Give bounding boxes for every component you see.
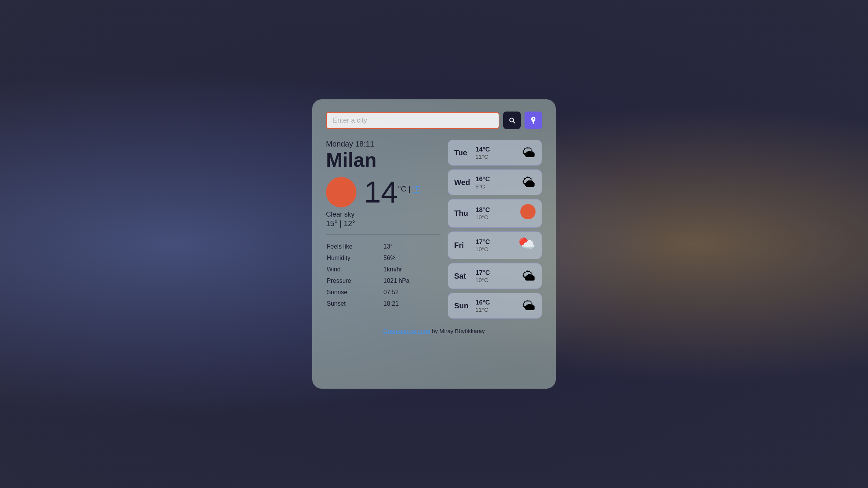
forecast-high: 18°C [475,206,520,214]
forecast-card: Sat 17°C 10°C 🌥 [448,263,542,289]
forecast-icon [520,204,536,223]
forecast-icon: 🌥 [523,298,536,314]
divider [326,234,440,234]
forecast-day: Sat [454,272,472,281]
wind-row: Wind 1km/hr [327,264,439,275]
details-table: Feels like 13° Humidity 56% Wind 1km/hr … [326,241,440,310]
forecast-day: Sun [454,301,472,310]
main-content: Monday 18:11 Milan 14 °C | °F Clear sky … [326,140,542,319]
fahrenheit-link[interactable]: °F [413,185,420,193]
celsius-label: °C [398,185,406,193]
humidity-value: 56% [383,253,439,263]
forecast-temps: 18°C 10°C [472,206,520,220]
temperature-units: °C | °F [398,185,420,193]
sunset-label: Sunset [327,298,383,309]
pressure-row: Pressure 1021 hPa [327,276,439,286]
forecast-day: Tue [454,148,472,157]
forecast-low: 11°C [475,153,523,160]
forecast-temps: 16°C 9°C [472,175,523,190]
city-input[interactable] [326,112,499,129]
low-temp: 12° [344,219,355,228]
forecast-high: 17°C [475,269,523,277]
sunrise-label: Sunrise [327,287,383,298]
search-row [326,112,542,129]
pressure-label: Pressure [327,276,383,286]
forecast-card: Fri 17°C 10°C 🔴☁️ [448,231,542,259]
location-icon [529,116,537,124]
forecast-low: 10°C [475,246,518,252]
forecast-icon: 🌥 [523,268,536,284]
date-time: Monday 18:11 [326,140,440,148]
separator: | [340,219,344,228]
weather-card: Monday 18:11 Milan 14 °C | °F Clear sky … [312,99,556,389]
sun-icon [326,177,356,207]
left-panel: Monday 18:11 Milan 14 °C | °F Clear sky … [326,140,440,319]
forecast-low: 11°C [475,306,523,313]
sunset-value: 18:21 [383,298,439,309]
forecast-high: 16°C [475,299,523,306]
temperature-number: 14 [364,177,398,207]
forecast-temps: 17°C 10°C [472,269,523,283]
forecast-temps: 16°C 11°C [472,299,523,313]
feels-like-label: Feels like [327,241,383,252]
temperature-display: 14 °C | °F [364,177,420,207]
humidity-row: Humidity 56% [327,253,439,263]
sunrise-row: Sunrise 07:52 [327,287,439,298]
feels-like-row: Feels like 13° [327,241,439,252]
forecast-low: 10°C [475,277,523,283]
forecast-temps: 17°C 10°C [472,238,518,252]
current-weather-row: 14 °C | °F [326,177,440,207]
author-text: by Miray Büyükkaray [430,328,485,334]
forecast-day: Fri [454,241,472,250]
footer: Open-source code by Miray Büyükkaray [326,328,542,334]
forecast-day: Wed [454,178,472,187]
forecast-card: Tue 14°C 11°C 🌥 [448,140,542,166]
high-low: 15° | 12° [326,219,440,228]
sunset-row: Sunset 18:21 [327,298,439,309]
forecast-low: 10°C [475,214,520,220]
search-button[interactable] [503,112,521,129]
pressure-value: 1021 hPa [383,276,439,286]
wind-value: 1km/hr [383,264,439,275]
sunrise-value: 07:52 [383,287,439,298]
forecast-low: 9°C [475,183,523,190]
forecast-icon: 🔴☁️ [518,236,536,254]
forecast-panel: Tue 14°C 11°C 🌥 Wed 16°C 9°C 🌥 Thu 18°C … [448,140,542,319]
wind-label: Wind [327,264,383,275]
forecast-card: Sun 16°C 11°C 🌥 [448,293,542,319]
forecast-icon: 🌥 [523,174,536,190]
forecast-temps: 14°C 11°C [472,146,523,160]
humidity-label: Humidity [327,253,383,263]
forecast-high: 17°C [475,238,518,246]
forecast-card: Wed 16°C 9°C 🌥 [448,169,542,195]
search-icon [508,116,516,124]
city-name: Milan [326,149,440,171]
forecast-high: 16°C [475,175,523,183]
open-source-link[interactable]: Open-source code [383,328,430,334]
location-button[interactable] [525,112,542,129]
forecast-day: Thu [454,209,472,218]
forecast-card: Thu 18°C 10°C [448,199,542,228]
high-temp: 15° [326,219,337,228]
condition-text: Clear sky [326,211,440,218]
forecast-high: 14°C [475,146,523,153]
forecast-icon: 🌥 [523,145,536,161]
feels-like-value: 13° [383,241,439,252]
